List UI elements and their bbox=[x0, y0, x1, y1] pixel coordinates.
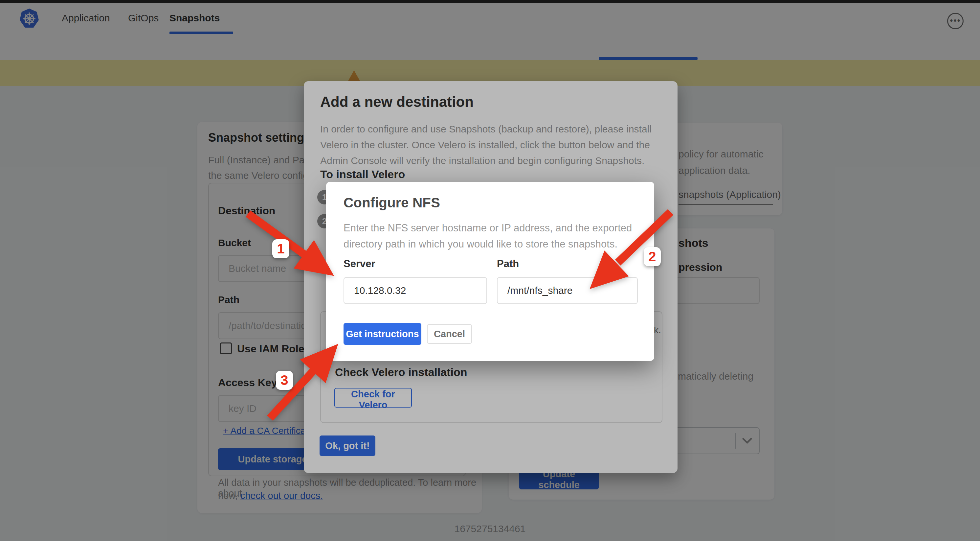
annotation-badge-2: 2 bbox=[644, 247, 661, 266]
nfs-path-label: Path bbox=[497, 258, 519, 270]
nfs-modal-title: Configure NFS bbox=[344, 195, 440, 211]
server-label: Server bbox=[344, 258, 375, 270]
configure-nfs-modal: Configure NFS Enter the NFS server hostn… bbox=[326, 182, 654, 361]
cancel-button[interactable]: Cancel bbox=[427, 324, 472, 344]
nfs-path-input[interactable] bbox=[497, 277, 638, 304]
annotation-badge-1: 1 bbox=[272, 239, 290, 259]
nfs-modal-body: Enter the NFS server hostname or IP addr… bbox=[344, 220, 643, 252]
annotation-badge-3: 3 bbox=[276, 371, 293, 390]
app-root: Application GitOps Snapshots ••• Full Sn… bbox=[0, 0, 980, 541]
server-input[interactable] bbox=[344, 277, 487, 304]
get-instructions-button[interactable]: Get instructions bbox=[344, 323, 422, 345]
